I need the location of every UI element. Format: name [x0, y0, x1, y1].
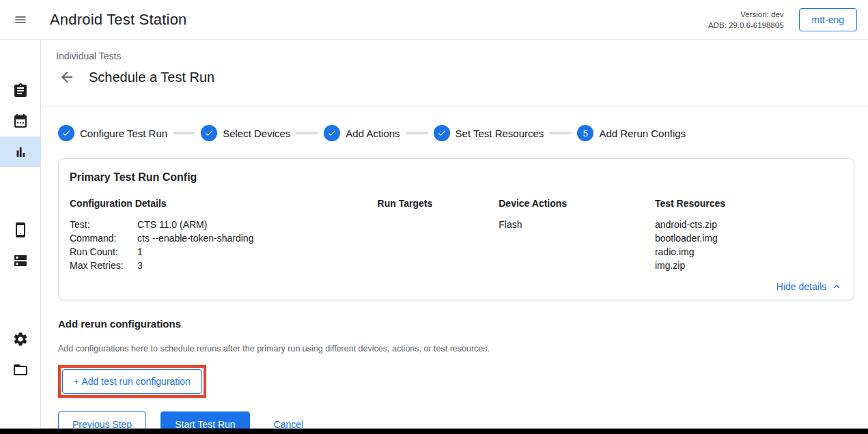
column-header: Configuration Details — [70, 198, 378, 209]
step-connector — [406, 132, 428, 134]
step-label: Configure Test Run — [80, 128, 167, 139]
step-add-actions[interactable]: Add Actions — [324, 125, 400, 141]
config-value: 1 — [137, 245, 378, 259]
chevron-up-icon — [830, 280, 843, 293]
step-done-badge — [201, 125, 217, 141]
config-row-test: Test: CTS 11.0 (ARM) — [70, 218, 378, 231]
step-done-badge — [58, 125, 74, 141]
sidebar-item-settings[interactable] — [0, 323, 41, 354]
step-select-devices[interactable]: Select Devices — [201, 125, 290, 141]
sidebar-item-tests[interactable] — [0, 75, 41, 106]
step-configure-test-run[interactable]: Configure Test Run — [58, 125, 167, 141]
device-action-item: Flash — [499, 218, 655, 231]
step-connector — [549, 132, 572, 134]
folder-icon — [12, 362, 29, 378]
config-label: Run Count: — [70, 245, 137, 259]
version-info: Version: dev ADB: 29.0.6-6198805 — [708, 9, 784, 31]
sidebar-item-hosts[interactable] — [0, 245, 41, 276]
config-value: CTS 11.0 (ARM) — [137, 218, 378, 231]
primary-test-run-config-card: Primary Test Run Config Configuration De… — [58, 158, 854, 300]
step-label: Select Devices — [223, 128, 290, 139]
hamburger-icon — [14, 13, 27, 27]
adb-version-line: ADB: 29.0.6-6198805 — [708, 20, 784, 31]
step-connector — [296, 132, 318, 134]
back-button[interactable] — [57, 68, 76, 87]
step-set-test-resources[interactable]: Set Test Resources — [434, 125, 544, 141]
run-targets-column: Run Targets — [378, 198, 499, 272]
hamburger-menu-button[interactable] — [0, 0, 41, 40]
card-title: Primary Test Run Config — [70, 171, 843, 184]
gear-icon — [12, 331, 29, 347]
config-row-run-count: Run Count: 1 — [70, 245, 378, 259]
storage-icon — [12, 252, 29, 269]
rerun-section-description: Add configurations here to schedule reru… — [58, 344, 854, 353]
sidebar-item-test-runs[interactable] — [0, 136, 41, 167]
config-label: Max Retries: — [70, 259, 137, 272]
hide-details-button[interactable]: Hide details — [776, 280, 843, 293]
test-resource-item: android-cts.zip — [655, 218, 843, 231]
check-icon — [61, 128, 71, 138]
clipboard-icon — [12, 83, 29, 99]
breadcrumb: Individual Tests — [56, 50, 868, 61]
step-done-badge — [324, 125, 340, 141]
arrow-back-icon — [59, 69, 75, 85]
sidebar-item-file-browser[interactable] — [0, 354, 41, 385]
config-value: 3 — [137, 259, 378, 272]
hide-details-label: Hide details — [776, 281, 826, 292]
test-resource-item: img.zip — [655, 259, 843, 272]
column-header: Device Actions — [499, 198, 655, 209]
sidebar-item-test-plans[interactable] — [0, 106, 41, 136]
configuration-details-column: Configuration Details Test: CTS 11.0 (AR… — [70, 198, 378, 272]
config-row-max-retries: Max Retries: 3 — [70, 259, 378, 272]
config-label: Test: — [70, 218, 137, 231]
attention-highlight-box: + Add test run configuration — [58, 365, 206, 398]
calendar-icon — [12, 113, 29, 130]
version-line: Version: dev — [708, 9, 784, 20]
column-header: Run Targets — [378, 198, 499, 209]
add-test-run-configuration-button[interactable]: + Add test run configuration — [62, 369, 202, 394]
account-button[interactable]: mtt-eng — [799, 8, 857, 31]
step-connector — [173, 132, 195, 134]
bottom-edge-bar — [0, 429, 868, 434]
page-header: Individual Tests Schedule a Test Run — [41, 40, 868, 106]
step-label: Set Test Resources — [456, 128, 544, 139]
step-label: Add Actions — [346, 128, 400, 139]
smartphone-icon — [12, 222, 29, 238]
rerun-section-title: Add rerun configurations — [58, 318, 854, 330]
stepper: Configure Test Run Select Devices Add Ac… — [58, 125, 854, 141]
sidebar-nav — [0, 40, 41, 429]
config-row-command: Command: cts --enable-token-sharding — [70, 231, 378, 245]
device-actions-column: Device Actions Flash — [499, 198, 655, 272]
bar-chart-icon — [12, 144, 29, 160]
column-header: Test Resources — [655, 198, 843, 209]
step-done-badge — [434, 125, 450, 141]
config-value: cts --enable-token-sharding — [137, 231, 378, 245]
app-bar: Android Test Station Version: dev ADB: 2… — [0, 0, 868, 40]
test-resource-item: bootloader.img — [655, 231, 843, 245]
page-title: Schedule a Test Run — [89, 70, 214, 85]
test-resource-item: radio.img — [655, 245, 843, 259]
step-number-badge: 5 — [577, 125, 593, 141]
check-icon — [327, 128, 337, 138]
main-content: Individual Tests Schedule a Test Run Con — [41, 40, 868, 429]
step-label: Add Rerun Configs — [599, 128, 686, 139]
check-icon — [204, 128, 214, 138]
step-add-rerun-configs[interactable]: 5 Add Rerun Configs — [577, 125, 686, 141]
config-label: Command: — [70, 231, 137, 245]
app-title: Android Test Station — [50, 11, 187, 29]
check-icon — [437, 128, 447, 138]
android-test-station-window: Android Test Station Version: dev ADB: 2… — [0, 0, 868, 434]
test-resources-column: Test Resources android-cts.zip bootloade… — [655, 198, 843, 272]
sidebar-item-devices[interactable] — [0, 214, 41, 245]
